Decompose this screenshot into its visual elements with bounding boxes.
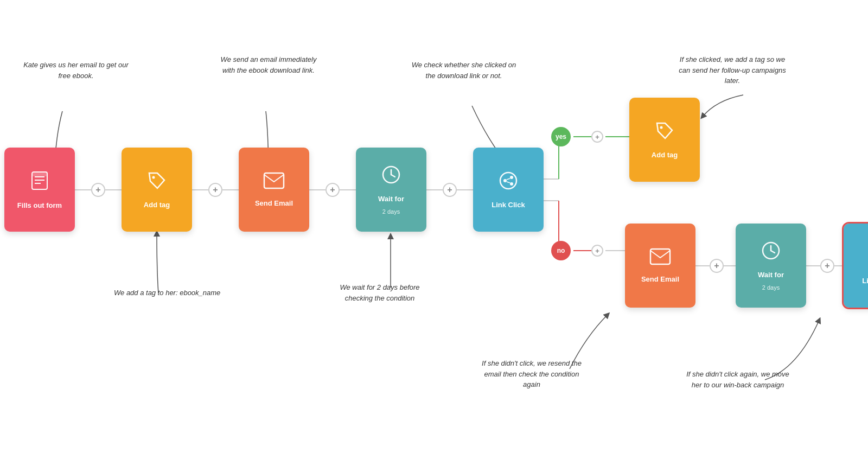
card-send-email-2[interactable]: Send Email [625, 224, 695, 308]
workflow-canvas: Kate gives us her email to get our free … [0, 0, 868, 453]
plus-connector-5[interactable]: + [710, 259, 724, 273]
svg-point-31 [503, 179, 507, 182]
annotation-8: If she didn't click again, we move her t… [684, 369, 792, 390]
card-wait-for-1-label: Wait for [378, 195, 404, 203]
card-wait-for-2[interactable]: Wait for 2 days [736, 224, 806, 308]
card-add-tag-2-label: Add tag [652, 151, 678, 159]
svg-line-29 [391, 175, 395, 177]
clock-icon-2 [761, 240, 781, 265]
card-wait-for-1-sublabel: 2 days [382, 208, 400, 215]
card-send-email-1-label: Send Email [255, 199, 293, 208]
plus-connector-4[interactable]: + [443, 183, 457, 197]
annotation-1: Kate gives us her email to get our free … [22, 60, 130, 81]
svg-rect-26 [264, 173, 284, 188]
annotation-2: We send an email immediately with the eb… [214, 54, 323, 75]
svg-line-35 [507, 182, 510, 183]
svg-rect-37 [650, 249, 670, 264]
card-fills-out-form-label: Fills out form [17, 201, 62, 210]
annotation-3: We check whether she clicked on the down… [410, 60, 518, 81]
card-add-tag-1-label: Add tag [144, 201, 170, 209]
card-link-click-2[interactable]: Link Click [844, 224, 868, 308]
card-link-click-2-label: Link Click [862, 277, 868, 285]
card-send-email-2-label: Send Email [641, 275, 679, 284]
card-link-click-1[interactable]: Link Click [473, 148, 544, 232]
svg-rect-24 [32, 172, 47, 176]
plus-connector-1[interactable]: + [91, 183, 105, 197]
card-add-tag-2[interactable]: Add tag [629, 98, 700, 182]
annotation-5: We add a tag to her: ebook_name [114, 288, 220, 298]
card-link-click-1-label: Link Click [492, 201, 525, 209]
annotation-7: If she didn't click, we resend the email… [477, 358, 586, 390]
email-icon-1 [263, 172, 285, 194]
plus-connector-6[interactable]: + [820, 259, 834, 273]
email-icon-2 [649, 248, 671, 270]
annotation-6: We wait for 2 days before checking the c… [326, 282, 434, 303]
card-wait-for-1[interactable]: Wait for 2 days [356, 148, 426, 232]
badge-no: no [551, 241, 571, 260]
plus-yes[interactable]: + [591, 131, 603, 143]
card-send-email-1[interactable]: Send Email [239, 148, 309, 232]
svg-line-34 [507, 178, 510, 180]
badge-yes: yes [551, 127, 571, 146]
form-icon [29, 170, 50, 196]
annotation-4: If she clicked, we add a tag so we can s… [678, 54, 787, 86]
link-click-icon-1 [498, 170, 519, 195]
svg-point-36 [660, 126, 663, 129]
svg-line-40 [771, 251, 775, 253]
card-wait-for-2-sublabel: 2 days [762, 284, 780, 291]
svg-point-25 [152, 176, 155, 178]
card-add-tag-1[interactable]: Add tag [122, 148, 192, 232]
plus-connector-3[interactable]: + [326, 183, 340, 197]
card-wait-for-2-label: Wait for [758, 271, 784, 279]
card-fills-out-form[interactable]: Fills out form [4, 148, 75, 232]
svg-point-33 [510, 182, 513, 186]
plus-no[interactable]: + [591, 245, 603, 257]
tag-icon-2 [654, 120, 675, 145]
plus-connector-2[interactable]: + [208, 183, 222, 197]
clock-icon-1 [381, 164, 401, 189]
svg-point-30 [500, 173, 516, 189]
tag-icon-1 [146, 170, 167, 195]
svg-point-32 [510, 176, 513, 179]
